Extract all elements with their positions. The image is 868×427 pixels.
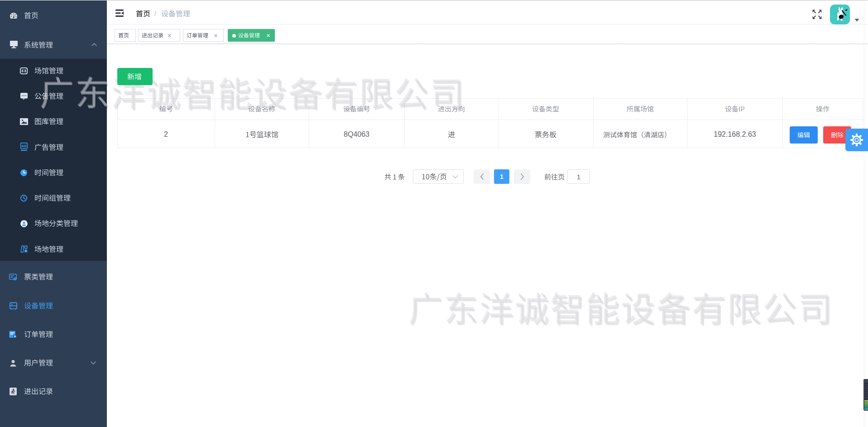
svg-text:AD: AD — [22, 144, 27, 148]
